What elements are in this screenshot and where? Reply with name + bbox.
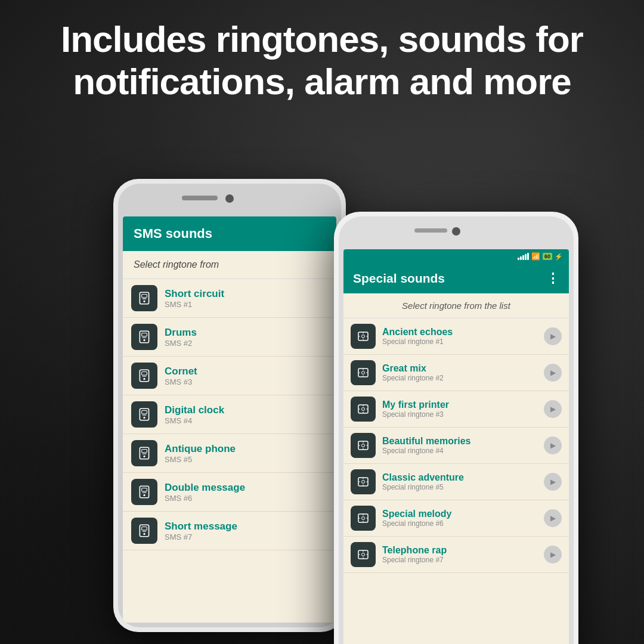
sms-list-item[interactable]: Cornet SMS #3 bbox=[123, 357, 336, 395]
special-item-name: Beautiful memories bbox=[382, 436, 537, 447]
sms-list-item[interactable]: Digital clock SMS #4 bbox=[123, 395, 336, 434]
special-item-icon bbox=[351, 397, 376, 422]
svg-rect-13 bbox=[142, 411, 147, 414]
back-phone-screen: SMS sounds Select ringtone from Short ci… bbox=[123, 216, 336, 623]
play-button[interactable]: ▶ bbox=[544, 509, 562, 527]
play-button[interactable]: ▶ bbox=[544, 436, 562, 454]
special-list-item[interactable]: My first printer Special ringtone #3 ▶ bbox=[343, 391, 569, 428]
sms-item-sub: SMS #5 bbox=[165, 455, 236, 464]
special-item-icon bbox=[351, 542, 376, 567]
sms-item-sub: SMS #6 bbox=[165, 494, 245, 503]
headline-line1: Includes ringtones, sounds for bbox=[61, 18, 583, 60]
sms-list-item[interactable]: Short message SMS #7 bbox=[123, 512, 336, 550]
sms-item-name: Double message bbox=[165, 482, 245, 494]
play-button[interactable]: ▶ bbox=[544, 473, 562, 491]
special-list-item[interactable]: Special melody Special ringtone #6 ▶ bbox=[343, 500, 569, 537]
sms-list-item[interactable]: Antique phone SMS #5 bbox=[123, 434, 336, 473]
sms-list-item[interactable]: Drums SMS #2 bbox=[123, 318, 336, 357]
phones-container: SMS sounds Select ringtone from Short ci… bbox=[54, 155, 590, 644]
svg-point-35 bbox=[362, 371, 365, 374]
special-item-icon bbox=[351, 360, 376, 385]
special-list-item[interactable]: Beautiful memories Special ringtone #4 ▶ bbox=[343, 428, 569, 464]
svg-point-53 bbox=[362, 481, 365, 484]
sms-item-name: Short message bbox=[165, 521, 237, 532]
sms-sounds-title: SMS sounds bbox=[134, 226, 212, 241]
special-list-item[interactable]: Ancient echoes Special ringtone #1 ▶ bbox=[343, 318, 569, 355]
special-item-text: Great mix Special ringtone #2 bbox=[382, 363, 537, 382]
lightning-icon: ⚡ bbox=[555, 253, 563, 261]
signal-bars-icon bbox=[518, 253, 529, 260]
svg-point-29 bbox=[362, 335, 365, 338]
special-list: Ancient echoes Special ringtone #1 ▶ Gre… bbox=[343, 318, 569, 573]
sms-list-item[interactable]: Short circuit SMS #1 bbox=[123, 279, 336, 318]
sms-item-text: Double message SMS #6 bbox=[165, 482, 245, 503]
sms-sounds-header: SMS sounds bbox=[123, 216, 336, 251]
special-item-icon bbox=[351, 506, 376, 531]
special-subtitle: Select ringtone from the list bbox=[343, 293, 569, 318]
special-item-sub: Special ringtone #2 bbox=[382, 374, 537, 382]
sms-item-text: Cornet SMS #3 bbox=[165, 366, 197, 386]
front-phone-screen: 📶 60 ⚡ Special sounds ⋮ Select ringtone … bbox=[343, 249, 569, 644]
sms-item-sub: SMS #1 bbox=[165, 300, 224, 309]
special-item-text: Beautiful memories Special ringtone #4 bbox=[382, 436, 537, 455]
svg-point-47 bbox=[362, 444, 365, 447]
sms-item-sub: SMS #7 bbox=[165, 532, 237, 541]
sms-item-sub: SMS #3 bbox=[165, 377, 197, 386]
special-sounds-title: Special sounds bbox=[353, 271, 445, 286]
svg-rect-1 bbox=[142, 295, 147, 298]
status-icons: 📶 60 ⚡ bbox=[518, 252, 563, 261]
special-item-sub: Special ringtone #3 bbox=[382, 410, 537, 419]
special-item-name: My first printer bbox=[382, 400, 537, 410]
svg-point-2 bbox=[143, 301, 145, 302]
phone-front: 📶 60 ⚡ Special sounds ⋮ Select ringtone … bbox=[334, 212, 578, 644]
special-item-icon bbox=[351, 433, 376, 458]
svg-rect-21 bbox=[142, 488, 147, 491]
sms-item-name: Short circuit bbox=[165, 288, 224, 300]
svg-point-26 bbox=[143, 533, 145, 535]
sms-item-icon bbox=[131, 324, 157, 350]
special-list-item[interactable]: Great mix Special ringtone #2 ▶ bbox=[343, 355, 569, 391]
menu-dots-icon[interactable]: ⋮ bbox=[546, 271, 559, 286]
special-item-name: Great mix bbox=[382, 363, 537, 374]
special-item-text: Telephone rap Special ringtone #7 bbox=[382, 545, 537, 564]
sms-subtitle: Select ringtone from bbox=[123, 251, 336, 279]
phone-back: SMS sounds Select ringtone from Short ci… bbox=[113, 179, 346, 632]
sms-item-sub: SMS #4 bbox=[165, 416, 224, 425]
special-item-name: Special melody bbox=[382, 509, 537, 519]
special-item-icon bbox=[351, 469, 376, 494]
headline-line2: notifications, alarm and more bbox=[73, 61, 571, 102]
sms-item-text: Drums SMS #2 bbox=[165, 327, 197, 348]
play-button[interactable]: ▶ bbox=[544, 327, 562, 345]
sms-item-icon bbox=[131, 440, 157, 466]
headline: Includes ringtones, sounds for notificat… bbox=[0, 0, 644, 115]
special-item-text: Special melody Special ringtone #6 bbox=[382, 509, 537, 528]
play-button[interactable]: ▶ bbox=[544, 400, 562, 418]
special-item-sub: Special ringtone #5 bbox=[382, 483, 537, 491]
special-item-sub: Special ringtone #1 bbox=[382, 338, 537, 346]
special-item-text: Classic adventure Special ringtone #5 bbox=[382, 472, 537, 491]
special-item-sub: Special ringtone #4 bbox=[382, 447, 537, 455]
sms-item-text: Short circuit SMS #1 bbox=[165, 288, 224, 309]
special-item-text: My first printer Special ringtone #3 bbox=[382, 400, 537, 419]
svg-point-41 bbox=[362, 408, 365, 411]
back-phone-speaker bbox=[182, 196, 218, 200]
svg-point-18 bbox=[143, 456, 145, 457]
svg-rect-17 bbox=[142, 450, 147, 453]
sms-list: Short circuit SMS #1 Drums SMS #2 bbox=[123, 279, 336, 550]
svg-point-10 bbox=[143, 378, 145, 380]
play-button[interactable]: ▶ bbox=[544, 546, 562, 564]
special-list-item[interactable]: Classic adventure Special ringtone #5 ▶ bbox=[343, 464, 569, 500]
special-list-item[interactable]: Telephone rap Special ringtone #7 ▶ bbox=[343, 537, 569, 573]
sms-list-item[interactable]: Double message SMS #6 bbox=[123, 473, 336, 512]
sms-item-sub: SMS #2 bbox=[165, 339, 197, 348]
sms-item-icon bbox=[131, 285, 157, 311]
svg-rect-5 bbox=[142, 333, 147, 336]
svg-point-59 bbox=[362, 517, 365, 520]
special-item-name: Ancient echoes bbox=[382, 327, 537, 338]
special-sounds-header: Special sounds ⋮ bbox=[343, 264, 569, 293]
play-button[interactable]: ▶ bbox=[544, 364, 562, 382]
svg-point-6 bbox=[143, 339, 145, 341]
wifi-icon: 📶 bbox=[531, 252, 540, 261]
special-item-name: Classic adventure bbox=[382, 472, 537, 483]
sms-item-name: Antique phone bbox=[165, 443, 236, 455]
